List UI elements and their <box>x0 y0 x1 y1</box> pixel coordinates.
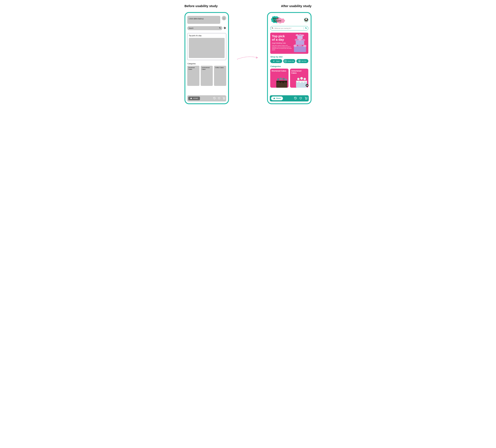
top-pick-card[interactable]: Top pickof a day Angel Wedding Cake Cake… <box>270 32 308 54</box>
bottom-nav: HOME <box>187 95 226 101</box>
svg-point-22 <box>301 34 304 36</box>
avatar[interactable] <box>304 18 308 22</box>
search-input[interactable]: What are you craving for? <box>270 26 308 31</box>
svg-point-10 <box>224 99 225 99</box>
cart-icon[interactable] <box>222 97 225 100</box>
diet-pill-vegan[interactable]: Vegan <box>270 59 282 63</box>
svg-point-23 <box>295 39 298 41</box>
nut-icon <box>298 60 301 62</box>
nav-home-button[interactable]: HOME <box>188 96 200 100</box>
svg-point-8 <box>224 28 225 29</box>
nav-home-button[interactable]: Home <box>271 96 283 100</box>
filter-icon[interactable] <box>305 27 307 30</box>
cream-cake-icon <box>294 75 309 89</box>
heading-before: Before usability study <box>185 4 218 8</box>
svg-point-24 <box>298 39 302 41</box>
search-placeholder: Search <box>189 27 193 29</box>
top-pick-image-placeholder <box>189 38 225 58</box>
category-card[interactable]: Shortened Cakes <box>270 69 289 88</box>
history-icon[interactable] <box>294 97 297 100</box>
svg-point-34 <box>285 79 287 81</box>
search-icon <box>219 27 221 29</box>
category-card[interactable]: Chiffon Cakes <box>214 66 226 86</box>
svg-point-20 <box>296 34 299 36</box>
diet-heading: Shop by diet <box>270 56 308 58</box>
transition-arrow-icon <box>236 55 260 62</box>
svg-point-29 <box>299 61 300 62</box>
svg-line-2 <box>220 28 221 29</box>
svg-line-12 <box>273 28 273 29</box>
search-icon <box>272 27 273 30</box>
wheat-icon <box>284 60 287 62</box>
leaf-icon <box>273 60 275 62</box>
heart-icon[interactable] <box>218 97 220 100</box>
search-input[interactable]: Search <box>187 26 222 30</box>
svg-point-36 <box>297 78 300 80</box>
hero-description: Cake that is going to inspire every wedd… <box>272 45 292 50</box>
filter-icon[interactable] <box>223 27 226 30</box>
heading-after: After usability study <box>281 4 311 8</box>
bottom-nav: Home <box>270 95 309 101</box>
top-pick-title: Top pick of a day <box>189 35 225 37</box>
svg-point-11 <box>272 27 273 28</box>
svg-point-28 <box>303 45 306 47</box>
brand-logo[interactable]: Blink Bakery <box>270 16 286 24</box>
svg-point-1 <box>219 27 220 28</box>
svg-point-0 <box>224 17 224 18</box>
svg-point-32 <box>280 78 282 80</box>
svg-point-37 <box>300 77 303 80</box>
avatar-icon[interactable] <box>222 16 226 20</box>
category-card[interactable]: Shortened Cakes <box>187 66 200 86</box>
top-pick-card[interactable]: Top pick of a day <box>187 33 226 60</box>
category-title: Shortened Cakes <box>272 70 287 72</box>
svg-point-42 <box>307 99 307 99</box>
logo-placeholder: LOGO (Blink Bakery) <box>187 16 220 24</box>
phone-before: LOGO (Blink Bakery) Search Top pick of a <box>185 12 229 104</box>
phone-after: Blink Bakery What are you craving for? <box>267 12 311 104</box>
history-icon[interactable] <box>213 97 216 100</box>
search-placeholder: What are you craving for? <box>275 27 303 29</box>
chocolate-cake-icon <box>274 75 289 89</box>
categories-heading: Categories <box>187 63 226 65</box>
svg-point-7 <box>225 28 225 28</box>
category-card[interactable]: Unhortened Cakes <box>290 69 308 88</box>
svg-point-40 <box>306 85 308 86</box>
svg-point-16 <box>306 28 307 29</box>
diet-pill-glutenfree[interactable]: Gluten free <box>283 59 295 63</box>
svg-point-38 <box>304 78 306 80</box>
svg-point-25 <box>302 39 305 41</box>
wedding-cake-icon <box>292 33 308 53</box>
svg-point-41 <box>306 99 306 99</box>
category-title: Unhortened Cakes <box>291 70 307 74</box>
svg-point-6 <box>224 27 225 27</box>
svg-point-31 <box>277 78 279 80</box>
cart-icon[interactable] <box>305 97 308 100</box>
svg-point-9 <box>223 99 224 99</box>
category-card[interactable]: Unshortened Cakes <box>201 66 213 86</box>
categories-heading: Categories <box>270 65 308 67</box>
svg-point-33 <box>282 78 285 80</box>
diet-pill-nutfree[interactable]: Nut free <box>296 59 308 63</box>
heart-icon[interactable] <box>299 97 302 100</box>
svg-point-26 <box>294 45 297 47</box>
svg-point-27 <box>298 44 302 47</box>
svg-point-15 <box>305 27 306 28</box>
